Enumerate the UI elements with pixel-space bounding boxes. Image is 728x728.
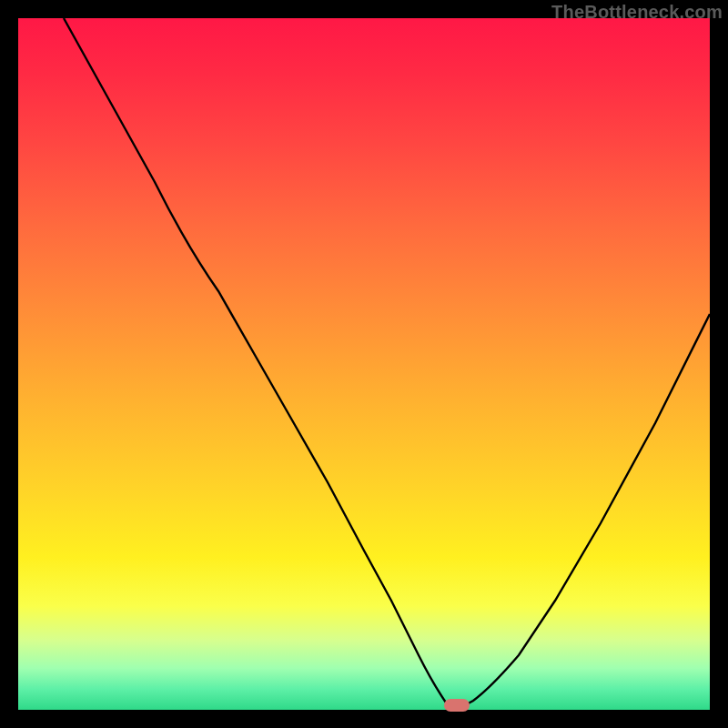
chart-plot-area [18, 18, 710, 710]
curve-path [64, 18, 710, 706]
bottleneck-curve [18, 18, 710, 710]
optimal-marker [444, 699, 470, 712]
attribution-text: TheBottleneck.com [551, 2, 723, 23]
chart-frame: TheBottleneck.com [0, 0, 728, 728]
